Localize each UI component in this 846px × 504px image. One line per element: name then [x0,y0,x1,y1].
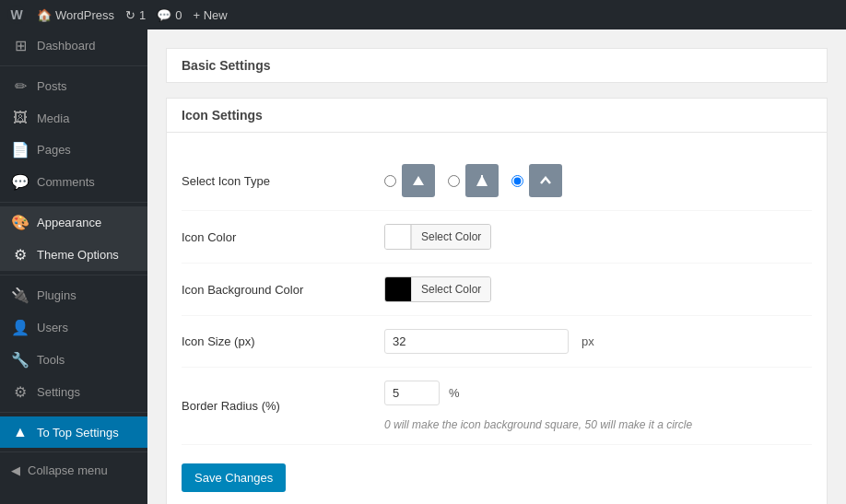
sidebar: ⊞ Dashboard ✏ Posts 🖼 Media 📄 Pages 💬 Co… [0,29,147,504]
home-icon: 🏠 [37,8,52,22]
comments-sidebar-icon: 💬 [11,173,29,191]
admin-bar-new[interactable]: + New [194,8,228,22]
icon-radio-3[interactable] [511,175,523,187]
sidebar-label-comments: Comments [37,175,95,189]
sidebar-item-pages[interactable]: 📄 Pages [0,134,147,166]
icon-size-control: px [384,329,812,354]
to-top-icon: ▲ [11,424,29,440]
media-icon: 🖼 [11,110,29,126]
appearance-icon: 🎨 [11,214,29,231]
svg-marker-0 [413,176,424,185]
border-radius-inputs: % [384,381,460,405]
site-name: WordPress [55,8,114,22]
sidebar-label-media: Media [37,111,69,125]
icon-radio-2[interactable] [448,175,460,187]
updates-count: 1 [139,8,146,22]
sidebar-divider-2 [0,202,147,203]
sidebar-item-posts[interactable]: ✏ Posts [0,70,147,102]
icon-bg-color-select-label: Select Color [411,277,490,301]
icon-color-label: Icon Color [182,230,366,244]
icon-radio-1[interactable] [384,175,396,187]
icon-preview-1[interactable] [402,164,435,197]
icon-color-select-label: Select Color [411,225,490,249]
sidebar-divider-1 [0,65,147,66]
posts-icon: ✏ [11,77,29,95]
sidebar-item-media[interactable]: 🖼 Media [0,102,147,134]
icon-color-control: Select Color [384,224,812,250]
sidebar-item-theme-options[interactable]: ⚙ Theme Options [0,239,147,271]
border-radius-input[interactable] [384,381,440,405]
icon-type-row: Select Icon Type [182,151,812,211]
comments-count: 0 [175,8,182,22]
updates-icon: ↻ [125,8,135,22]
sidebar-label-dashboard: Dashboard [37,39,96,53]
icon-bg-color-swatch [385,276,411,302]
sidebar-item-users[interactable]: 👤 Users [0,311,147,344]
settings-icon: ⚙ [11,383,29,401]
theme-options-icon: ⚙ [11,246,29,264]
icon-color-swatch [385,224,411,250]
border-radius-row: Border Radius (%) % 0 will make the icon… [182,368,812,445]
sidebar-divider-5 [0,451,147,452]
collapse-menu[interactable]: ◀ Collapse menu [0,456,147,485]
icon-preview-2[interactable] [465,164,499,197]
collapse-arrow-icon: ◀ [11,463,20,477]
tools-icon: 🔧 [11,351,29,369]
admin-bar: W 🏠 WordPress ↻ 1 💬 0 + New [0,0,846,29]
settings-panel: Select Icon Type [166,133,828,504]
admin-bar-updates[interactable]: ↻ 1 [125,8,146,22]
sidebar-label-to-top-settings: To Top Settings [37,426,119,440]
icon-bg-color-control: Select Color [384,276,812,302]
users-icon: 👤 [11,319,29,336]
icon-option-3 [511,164,562,197]
sidebar-label-users: Users [37,321,68,334]
icon-bg-color-button[interactable]: Select Color [384,276,491,302]
icon-size-label: Icon Size (px) [182,334,366,348]
main-content: Basic Settings Icon Settings Select Icon… [147,29,846,504]
svg-rect-2 [481,175,483,182]
icon-size-row: Icon Size (px) px [182,316,812,368]
wp-logo[interactable]: W [7,6,26,24]
border-radius-label: Border Radius (%) [182,399,366,413]
save-section: Save Changes [182,445,812,492]
sidebar-label-pages: Pages [37,143,71,157]
icon-type-label: Select Icon Type [182,174,366,188]
sidebar-label-appearance: Appearance [37,216,101,229]
collapse-label: Collapse menu [28,463,108,477]
icon-size-unit: px [582,334,594,348]
sidebar-item-tools[interactable]: 🔧 Tools [0,344,147,376]
icon-bg-color-label: Icon Background Color [182,283,366,297]
icon-options [384,164,562,197]
sidebar-label-theme-options: Theme Options [37,248,119,262]
icon-preview-3[interactable] [529,164,562,197]
icon-size-input[interactable] [384,329,569,354]
sidebar-label-posts: Posts [37,79,67,93]
new-label: + New [194,8,228,22]
sidebar-divider-3 [0,275,147,275]
sidebar-item-plugins[interactable]: 🔌 Plugins [0,279,147,311]
border-radius-hint: 0 will make the icon background square, … [384,418,692,431]
sidebar-item-to-top-settings[interactable]: ▲ To Top Settings [0,416,147,448]
icon-option-1 [384,164,435,197]
sidebar-item-appearance[interactable]: 🎨 Appearance [0,206,147,239]
comments-icon: 💬 [157,8,171,22]
border-radius-unit: % [449,386,460,400]
sidebar-item-dashboard[interactable]: ⊞ Dashboard [0,29,147,62]
sidebar-item-settings[interactable]: ⚙ Settings [0,376,147,408]
dashboard-icon: ⊞ [11,37,29,54]
admin-bar-comments[interactable]: 💬 0 [157,8,182,22]
icon-settings-header: Icon Settings [166,98,828,133]
icon-bg-color-row: Icon Background Color Select Color [182,264,812,316]
admin-bar-site[interactable]: 🏠 WordPress [37,8,114,22]
sidebar-divider-4 [0,412,147,413]
sidebar-item-comments[interactable]: 💬 Comments [0,166,147,198]
plugins-icon: 🔌 [11,287,29,304]
sidebar-label-plugins: Plugins [37,288,76,302]
icon-color-row: Icon Color Select Color [182,211,812,264]
border-radius-control: % 0 will make the icon background square… [384,381,812,431]
icon-type-control [384,164,812,197]
icon-color-button[interactable]: Select Color [384,224,491,250]
save-button[interactable]: Save Changes [182,463,286,492]
pages-icon: 📄 [11,141,29,158]
basic-settings-header: Basic Settings [166,48,828,83]
